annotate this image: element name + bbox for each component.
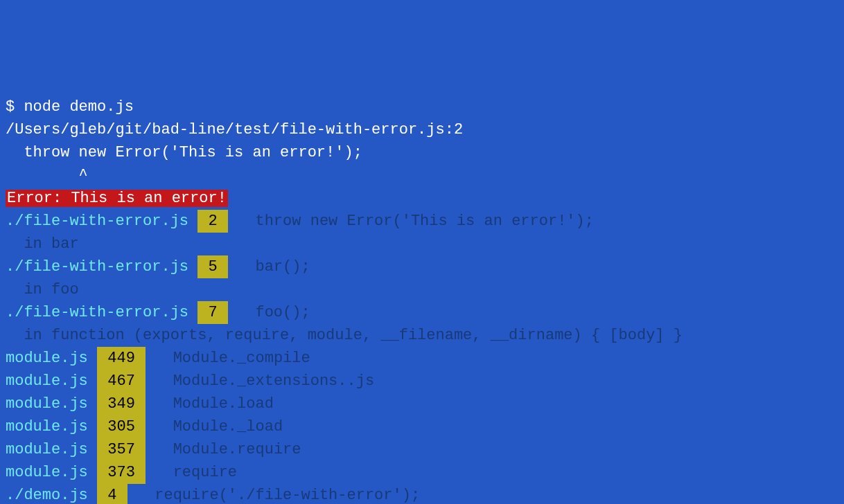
- stack-file: module.js: [6, 464, 88, 481]
- stack-file: module.js: [6, 372, 88, 390]
- stack-code: Module.require: [155, 441, 301, 458]
- stack-file: module.js: [6, 441, 88, 458]
- stack-file: ./file-with-error.js: [6, 304, 188, 321]
- stack-code: require('./file-with-error');: [137, 487, 420, 504]
- stack-file: ./file-with-error.js: [6, 213, 188, 230]
- stack-frame-line: ./file-with-error.js 5 bar();: [6, 255, 838, 278]
- stack-code: bar();: [237, 258, 310, 276]
- stack-code: Module.load: [155, 395, 274, 413]
- stack-context: in function (exports, require, module, _…: [6, 327, 683, 344]
- stack-line-number: 7: [197, 301, 228, 324]
- stack-frame-line: ./file-with-error.js 7 foo();: [6, 301, 838, 324]
- stack-file: ./file-with-error.js: [6, 258, 188, 276]
- stack-context-line: in foo: [6, 278, 838, 301]
- stack-file: module.js: [6, 418, 88, 435]
- stack-context: in foo: [6, 281, 79, 298]
- stack-context-line: in function (exports, require, module, _…: [6, 324, 838, 347]
- stack-code: foo();: [237, 304, 310, 321]
- error-caret: ^: [6, 167, 88, 184]
- stack-code: Module._compile: [155, 350, 310, 367]
- error-code-line: throw new Error('This is an error!');: [6, 141, 838, 164]
- stack-line-number: 449: [97, 347, 146, 370]
- stack-frame-line: module.js 357 Module.require: [6, 438, 838, 461]
- stack-line-number: 349: [97, 393, 146, 415]
- stack-line-number: 4: [97, 484, 128, 504]
- error-path: /Users/gleb/git/bad-line/test/file-with-…: [6, 121, 463, 138]
- stack-line-number: 373: [97, 461, 146, 484]
- stack-line-number: 5: [197, 255, 228, 278]
- stack-line-number: 357: [97, 438, 146, 461]
- stack-line-number: 305: [97, 415, 146, 438]
- stack-frame-line: module.js 449 Module._compile: [6, 347, 838, 370]
- error-code: throw new Error('This is an error!');: [6, 144, 362, 161]
- stack-frame-line: module.js 467 Module._extensions..js: [6, 370, 838, 393]
- stack-context-line: in bar: [6, 233, 838, 255]
- stack-frame-line: ./file-with-error.js 2 throw new Error('…: [6, 210, 838, 233]
- stack-frame-line: ./demo.js 4 require('./file-with-error')…: [6, 484, 838, 504]
- stack-file: module.js: [6, 350, 88, 367]
- stack-file: module.js: [6, 395, 88, 413]
- stack-code: throw new Error('This is an error!');: [237, 213, 594, 230]
- stack-frame-line: module.js 349 Module.load: [6, 393, 838, 415]
- stack-code: Module._extensions..js: [155, 372, 374, 390]
- terminal-output: $ node demo.js/Users/gleb/git/bad-line/t…: [6, 96, 838, 504]
- stack-frame-line: module.js 305 Module._load: [6, 415, 838, 438]
- stack-file: ./demo.js: [6, 487, 88, 504]
- stack-frame-line: module.js 373 require: [6, 461, 838, 484]
- stack-code: require: [155, 464, 237, 481]
- stack-line-number: 467: [97, 370, 146, 393]
- command-text: $ node demo.js: [6, 98, 134, 116]
- stack-context: in bar: [6, 235, 79, 253]
- error-banner-line: Error: This is an error!: [6, 187, 838, 210]
- stack-line-number: 2: [197, 210, 228, 233]
- stack-code: Module._load: [155, 418, 283, 435]
- prompt-line: $ node demo.js: [6, 96, 838, 118]
- error-caret-line: ^: [6, 164, 838, 187]
- error-path-line: /Users/gleb/git/bad-line/test/file-with-…: [6, 118, 838, 141]
- error-banner: Error: This is an error!: [6, 190, 228, 207]
